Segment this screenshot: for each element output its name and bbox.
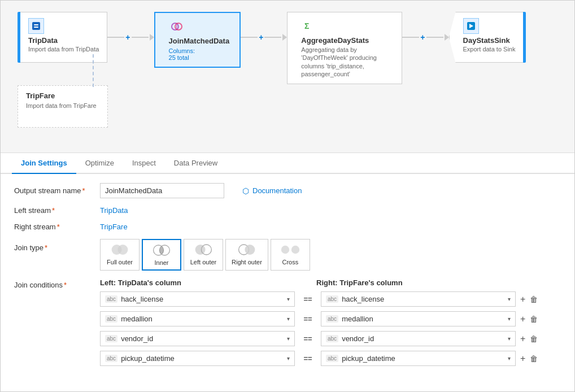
left-stream-value[interactable]: TripData [100,206,128,215]
delete-row-2[interactable]: 🗑 [530,334,538,343]
condition-row-0: abc hack_license ▾ == abc hack_license ▾… [100,291,561,307]
left-select-2[interactable]: abc vendor_id ▾ [100,331,295,346]
left-value-3: pickup_datetime [121,354,287,363]
node-join-subtitle2: 25 total [169,54,230,61]
right-value-2: vendor_id [342,334,508,343]
right-select-1[interactable]: abc medallion ▾ [321,311,516,326]
svg-point-9 [117,245,128,255]
add-row-0[interactable]: + [520,294,525,304]
right-select-0[interactable]: abc hack_license ▾ [321,291,516,307]
equals-0: == [299,295,316,303]
tab-inspect[interactable]: Inspect [123,153,165,174]
equals-2: == [299,334,316,343]
aggregate-icon: Σ [301,18,317,34]
svg-point-12 [195,245,206,255]
dropdown-arrow-r3: ▾ [508,355,511,361]
node-aggregate[interactable]: Σ AggregateDayStats Aggregating data by … [287,12,402,84]
join-type-left-outer[interactable]: Left outer [184,239,223,271]
dropdown-arrow-l2: ▾ [287,336,290,342]
right-value-1: medallion [342,315,508,323]
output-stream-input[interactable] [100,183,224,198]
abc-badge-r1: abc [326,315,338,323]
add-row-1[interactable]: + [520,314,525,324]
node-aggregate-title: AggregateDayStats [301,36,391,45]
documentation-link[interactable]: ⬡ Documentation [242,186,302,195]
svg-point-16 [281,246,289,254]
join-type-right-outer[interactable]: Right outer [225,239,268,271]
node-sink[interactable]: DayStatsSink Export data to Sink [449,12,524,63]
node-sink-title: DayStatsSink [463,36,516,45]
connector-plus-2[interactable]: + [259,33,263,42]
left-value-2: vendor_id [121,334,287,343]
tab-optimize[interactable]: Optimize [76,153,123,174]
abc-badge-l3: abc [105,355,117,362]
node-sink-subtitle: Export data to Sink [463,46,516,53]
right-select-2[interactable]: abc vendor_id ▾ [321,331,516,346]
tab-join-settings[interactable]: Join Settings [12,153,76,174]
delete-row-3[interactable]: 🗑 [530,354,538,363]
dropdown-arrow-l3: ▾ [287,355,290,361]
svg-point-17 [291,246,299,254]
dropdown-arrow-l1: ▾ [287,316,290,322]
condition-row-1: abc medallion ▾ == abc medallion ▾ + 🗑 [100,311,561,326]
equals-3: == [299,354,316,363]
source-icon [28,18,44,34]
abc-badge-r2: abc [326,335,338,342]
output-stream-row: Output stream name* ⬡ Documentation [14,183,561,198]
left-select-1[interactable]: abc medallion ▾ [100,311,295,326]
delete-row-1[interactable]: 🗑 [530,315,538,324]
svg-rect-1 [34,24,38,25]
join-conditions-label: Join conditions* [14,278,93,289]
delete-row-0[interactable]: 🗑 [530,295,538,304]
right-stream-value[interactable]: TripFare [100,223,128,231]
join-types-group: Full outer Inner [100,239,310,271]
abc-badge-l0: abc [105,295,117,303]
settings-content: Output stream name* ⬡ Documentation Left… [1,174,574,391]
left-select-0[interactable]: abc hack_license ▾ [100,291,295,307]
left-stream-label: Left stream* [14,206,93,215]
svg-text:Σ: Σ [304,21,309,31]
output-stream-label: Output stream name* [14,186,93,195]
pipeline-area: TripData Import data from TripData + [1,1,574,153]
tabs-bar: Join Settings Optimize Inspect Data Prev… [1,153,574,174]
node-join-title: JoinMatchedData [169,37,230,45]
join-type-row: Join type* Full outer [14,239,561,271]
left-stream-row: Left stream* TripData [14,206,561,215]
node-aggregate-subtitle: Aggregating data by 'DayOfTheWeek' produ… [301,46,391,78]
right-value-0: hack_license [342,295,508,303]
condition-row-3: abc pickup_datetime ▾ == abc pickup_date… [100,351,561,366]
connector-plus-1[interactable]: + [125,33,130,42]
join-conditions-row: Join conditions* Left: TripData's column… [14,278,561,371]
join-type-full-outer[interactable]: Full outer [100,239,140,271]
join-type-inner[interactable]: Inner [142,239,181,271]
right-value-3: pickup_datetime [342,354,508,363]
dropdown-arrow-r0: ▾ [508,296,511,302]
node-tripdata-title: TripData [28,36,99,45]
svg-point-15 [245,245,255,255]
svg-rect-0 [32,22,40,30]
right-col-header: Right: TripFare's column [316,278,511,287]
node-tripfare[interactable]: TripFare Import data from TripFare [18,85,108,128]
join-type-label: Join type* [14,239,93,252]
add-row-2[interactable]: + [520,334,525,344]
right-select-3[interactable]: abc pickup_datetime ▾ [321,351,516,366]
tab-data-preview[interactable]: Data Preview [165,153,226,174]
right-stream-row: Right stream* TripFare [14,223,561,231]
sink-icon [463,18,479,34]
left-value-1: medallion [121,315,287,323]
connector-plus-3[interactable]: + [420,33,425,42]
equals-1: == [299,315,316,323]
abc-badge-r0: abc [326,295,338,303]
join-icon [169,19,185,34]
join-type-cross[interactable]: Cross [271,239,310,271]
add-row-3[interactable]: + [520,354,525,364]
node-tripdata[interactable]: TripData Import data from TripData [20,12,107,63]
join-conditions-content: Left: TripData's column Right: TripFare'… [100,278,561,371]
svg-rect-2 [34,27,38,28]
node-tripdata-subtitle: Import data from TripData [28,46,99,53]
node-joinmatcheddata[interactable]: JoinMatchedData Columns: 25 total [154,12,241,68]
left-select-3[interactable]: abc pickup_datetime ▾ [100,351,295,366]
dropdown-arrow-r2: ▾ [508,336,511,342]
abc-badge-r3: abc [326,355,338,362]
condition-row-2: abc vendor_id ▾ == abc vendor_id ▾ + 🗑 [100,331,561,346]
